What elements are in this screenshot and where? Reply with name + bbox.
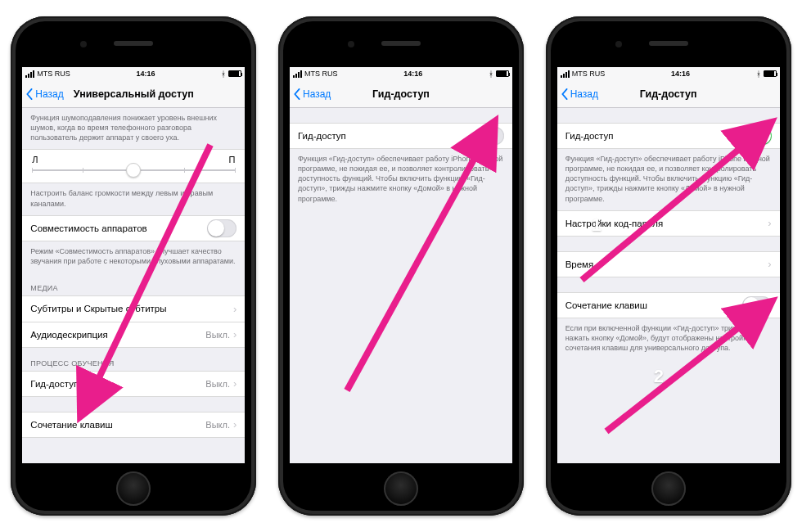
row-guided-access-toggle[interactable]: Гид-доступ <box>290 123 512 149</box>
chevron-right-icon: › <box>233 303 237 315</box>
row-time-limits[interactable]: Время › <box>557 251 780 277</box>
phone-frame: MTS RUS 14:16 ᚼ Назад Гид-доступ Гид-дос… <box>546 16 791 516</box>
row-label: Время <box>565 259 768 269</box>
note-shortcut: Если при включенной функции «Гид-доступ»… <box>557 318 780 359</box>
screen-guided-access-off: MTS RUS 14:16 ᚼ Назад Гид-доступ Гид-дос… <box>290 67 512 463</box>
phone-camera <box>80 41 87 47</box>
toggle-guided-access[interactable] <box>475 127 504 145</box>
balance-right-label: П <box>228 155 235 165</box>
battery-icon <box>496 70 509 77</box>
home-button[interactable] <box>116 471 151 506</box>
screen-guided-access-on: MTS RUS 14:16 ᚼ Назад Гид-доступ Гид-дос… <box>557 67 780 463</box>
row-audiodescription[interactable]: Аудиодескрипция Выкл. › <box>22 322 245 348</box>
phone-speaker <box>649 41 688 46</box>
nav-title: Гид-доступ <box>640 88 697 100</box>
row-accessibility-shortcut-toggle[interactable]: Сочетание клавиш <box>557 292 780 318</box>
phone-speaker <box>381 41 421 46</box>
toggle-hearing-compat[interactable] <box>207 219 237 237</box>
chevron-right-icon: › <box>768 217 771 229</box>
back-label: Назад <box>570 88 598 100</box>
note-guided-access: Функция «Гид-доступ» обеспечивает работу… <box>557 149 780 210</box>
row-passcode-settings[interactable]: Настройки код-пароля › <box>557 210 780 237</box>
back-label: Назад <box>303 88 331 100</box>
phone-frame: MTS RUS 14:16 ᚼ Назад Универсальный дост… <box>11 16 256 516</box>
note-noise-reduction: Функция шумоподавления понижает уровень … <box>22 108 245 149</box>
section-media: МЕДИА <box>22 273 245 295</box>
content-scroll[interactable]: Гид-доступ Функция «Гид-доступ» обеспечи… <box>290 108 512 463</box>
battery-icon <box>764 70 777 77</box>
row-label: Гид-доступ <box>30 379 205 389</box>
phone-camera <box>348 41 354 47</box>
row-value: Выкл. <box>205 420 230 430</box>
annotation-badge-2: 2 <box>654 366 664 387</box>
chevron-right-icon: › <box>768 258 771 270</box>
row-guided-access[interactable]: Гид-доступ Выкл. › <box>22 371 245 397</box>
home-button[interactable] <box>384 471 418 506</box>
row-accessibility-shortcut[interactable]: Сочетание клавиш Выкл. › <box>22 412 245 438</box>
status-bar: MTS RUS 14:16 ᚼ <box>22 67 245 80</box>
clock-label: 14:16 <box>403 70 422 78</box>
note-balance: Настроить баланс громкости между левым и… <box>22 183 245 214</box>
annotation-badge-1: 1 <box>592 214 602 236</box>
chevron-left-icon <box>25 88 34 100</box>
chevron-right-icon: › <box>233 328 237 340</box>
row-subtitles[interactable]: Субтитры и Скрытые субтитры › <box>22 295 245 322</box>
carrier-label: MTS RUS <box>37 70 70 78</box>
nav-title: Гид-доступ <box>372 88 430 100</box>
row-label: Совместимость аппаратов <box>30 223 207 233</box>
carrier-label: MTS RUS <box>304 70 338 78</box>
chevron-right-icon: › <box>233 418 237 431</box>
back-button[interactable]: Назад <box>293 80 331 107</box>
back-button[interactable]: Назад <box>561 80 598 107</box>
signal-icon <box>293 70 302 78</box>
slider-thumb[interactable] <box>126 163 141 178</box>
toggle-guided-access[interactable] <box>742 127 772 145</box>
back-button[interactable]: Назад <box>25 80 63 107</box>
battery-icon <box>228 70 241 77</box>
clock-label: 14:16 <box>671 70 690 78</box>
section-learning: ПРОЦЕСС ОБУЧЕНИЯ <box>22 348 245 371</box>
content-scroll[interactable]: Функция шумоподавления понижает уровень … <box>22 108 245 463</box>
row-label: Субтитры и Скрытые субтитры <box>30 304 233 313</box>
content-scroll[interactable]: Гид-доступ Функция «Гид-доступ» обеспечи… <box>557 108 780 463</box>
row-hearing-compat[interactable]: Совместимость аппаратов <box>22 215 245 241</box>
phone-speaker <box>114 41 153 46</box>
phone-camera <box>615 41 622 47</box>
signal-icon <box>25 70 34 78</box>
balance-left-label: Л <box>32 155 38 165</box>
chevron-left-icon <box>561 88 569 100</box>
row-label: Сочетание клавиш <box>565 300 742 310</box>
row-guided-access-toggle[interactable]: Гид-доступ <box>557 123 780 149</box>
row-label: Гид-доступ <box>565 131 742 141</box>
row-label: Сочетание клавиш <box>30 420 205 430</box>
carrier-label: MTS RUS <box>572 70 606 78</box>
toggle-shortcut[interactable] <box>742 296 772 314</box>
chevron-left-icon <box>293 88 301 100</box>
status-bar: MTS RUS 14:16 ᚼ <box>290 67 512 80</box>
phone-frame: MTS RUS 14:16 ᚼ Назад Гид-доступ Гид-дос… <box>278 16 524 516</box>
clock-label: 14:16 <box>137 70 155 78</box>
back-label: Назад <box>35 88 63 100</box>
screen-accessibility: MTS RUS 14:16 ᚼ Назад Универсальный дост… <box>22 67 245 463</box>
row-value: Выкл. <box>205 379 230 389</box>
nav-bar: Назад Гид-доступ <box>290 80 512 108</box>
balance-slider-row: Л П <box>22 149 245 183</box>
row-label: Гид-доступ <box>298 131 475 141</box>
row-value: Выкл. <box>205 330 230 340</box>
signal-icon <box>561 70 570 78</box>
nav-bar: Назад Универсальный доступ <box>22 80 245 108</box>
nav-bar: Назад Гид-доступ <box>557 80 780 108</box>
bluetooth-icon: ᚼ <box>756 70 761 79</box>
home-button[interactable] <box>651 471 686 506</box>
note-compat: Режим «Совместимость аппаратов» улучшает… <box>22 241 245 273</box>
bluetooth-icon: ᚼ <box>489 70 493 79</box>
nav-title: Универсальный доступ <box>74 88 194 100</box>
balance-slider[interactable] <box>32 169 235 171</box>
note-guided-access: Функция «Гид-доступ» обеспечивает работу… <box>290 149 512 210</box>
status-bar: MTS RUS 14:16 ᚼ <box>557 67 780 80</box>
chevron-right-icon: › <box>233 377 237 390</box>
bluetooth-icon: ᚼ <box>221 70 226 79</box>
row-label: Аудиодескрипция <box>30 330 205 340</box>
